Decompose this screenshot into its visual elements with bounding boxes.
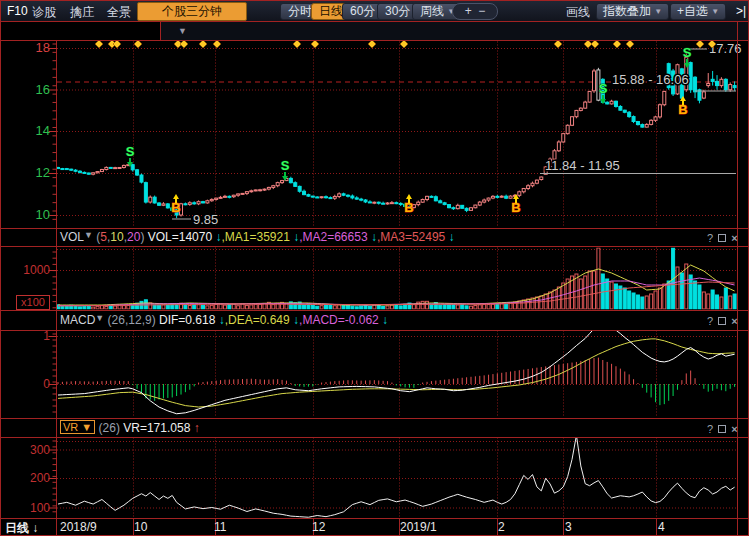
macd-layer [58, 321, 735, 414]
macd-panel-header[interactable]: MACD▼ (26,12,9) DIF=0.618 ↓,DEA=0.649 ↓,… [60, 313, 388, 328]
volume-axis-label: 1000 [0, 263, 50, 277]
grid-layer [57, 42, 737, 518]
indicator-param: VOL=14070 [148, 230, 216, 244]
price-axis-label: 12 [0, 165, 50, 180]
date-axis-label: 2 [498, 520, 505, 534]
indicator-param: VR=171.058 [123, 421, 193, 435]
sell-signal: S [683, 45, 692, 60]
close-icon[interactable]: × [731, 232, 737, 244]
price-axis-label: 16 [0, 82, 50, 97]
date-axis-label: 12 [312, 520, 325, 534]
indicator-param: ,DEA=0.649 [225, 313, 293, 327]
indicator-param: ,MA3=52495 [377, 230, 449, 244]
vol-panel-header[interactable]: VOL▼ (5,10,20) VOL=14070 ↓,MA1=35921 ↓,M… [60, 230, 455, 245]
arrow-down-icon: ↓ [29, 521, 38, 535]
indicator-param: ,MA2=66653 [299, 230, 371, 244]
price-annotation: 15.88 - 16.06 [612, 72, 689, 87]
indicator-param: ▼ [95, 313, 104, 323]
chart-canvas[interactable]: 17.7615.88 - 16.0611.84 - 11.959.85SSSSB… [0, 0, 749, 536]
help-icon[interactable]: ? [707, 423, 713, 435]
indicator-param: ↑ [194, 421, 200, 435]
maximize-icon[interactable] [718, 425, 726, 433]
date-axis-label: 10 [134, 520, 147, 534]
vr-panel-buttons[interactable]: ?× [702, 423, 738, 435]
indicator-param: ,MA1=35921 [221, 230, 293, 244]
indicator-param: MACD [60, 313, 95, 327]
indicator-param: (26,12,9) [104, 313, 159, 327]
period-label: 日线 [5, 521, 29, 535]
date-axis-label: 2018/9 [60, 520, 97, 534]
price-axis-label: 10 [0, 207, 50, 222]
vr-axis-label: 200 [0, 471, 50, 485]
macd-panel-buttons[interactable]: ?× [702, 315, 738, 327]
maximize-icon[interactable] [718, 234, 726, 242]
macd-axis-label: 1 [0, 329, 50, 343]
price-annotation: 9.85 [193, 212, 218, 227]
sell-signal: S [126, 144, 135, 159]
indicator-param: 10 [110, 230, 123, 244]
indicator-param: ↓ [382, 313, 388, 327]
indicator-param: (26) [95, 421, 123, 435]
vol-panel-buttons[interactable]: ?× [702, 232, 738, 244]
indicator-param: ↓ [449, 230, 455, 244]
event-diamonds [95, 40, 716, 48]
help-icon[interactable]: ? [707, 232, 713, 244]
indicator-param: ,MACD=-0.062 [299, 313, 382, 327]
date-axis-label: 2019/1 [400, 520, 437, 534]
sell-signal: S [599, 81, 608, 96]
volume-unit-label: x100 [16, 295, 50, 310]
volume-layer [57, 248, 737, 309]
close-icon[interactable]: × [731, 423, 737, 435]
vr-indicator-selector[interactable]: VR ▼ [60, 420, 95, 434]
indicator-param: VOL [60, 230, 84, 244]
date-axis-label: 4 [658, 520, 665, 534]
help-icon[interactable]: ? [707, 315, 713, 327]
period-label-cell[interactable]: 日线 ↓ [5, 520, 38, 536]
stock-app-window: F10 诊股 擒庄 全景 个股三分钟 分时 日线 60分 30分 周线 ▼ + … [0, 0, 749, 536]
indicator-param: ) [140, 230, 147, 244]
date-axis-label: 11 [214, 520, 226, 534]
signal-markers: SSSSBBBB [126, 45, 692, 215]
vr-axis-label: 100 [0, 501, 50, 515]
indicator-param: 5 [100, 230, 107, 244]
indicator-param: ▼ [84, 230, 93, 240]
sell-signal: S [281, 158, 290, 173]
macd-axis-label: 0 [0, 377, 50, 391]
price-axis-label: 14 [0, 123, 50, 138]
vr-axis-label: 300 [0, 443, 50, 457]
price-axis-label: 18 [0, 40, 50, 55]
vr-layer [58, 435, 735, 517]
close-icon[interactable]: × [731, 315, 737, 327]
vr-panel-header[interactable]: VR ▼ (26) VR=171.058 ↑ [60, 421, 200, 436]
maximize-icon[interactable] [718, 317, 726, 325]
indicator-param: 20 [127, 230, 140, 244]
price-annotation: 11.84 - 11.95 [545, 158, 620, 173]
date-axis-label: 3 [565, 520, 572, 534]
indicator-param: DIF=0.618 [159, 313, 219, 327]
